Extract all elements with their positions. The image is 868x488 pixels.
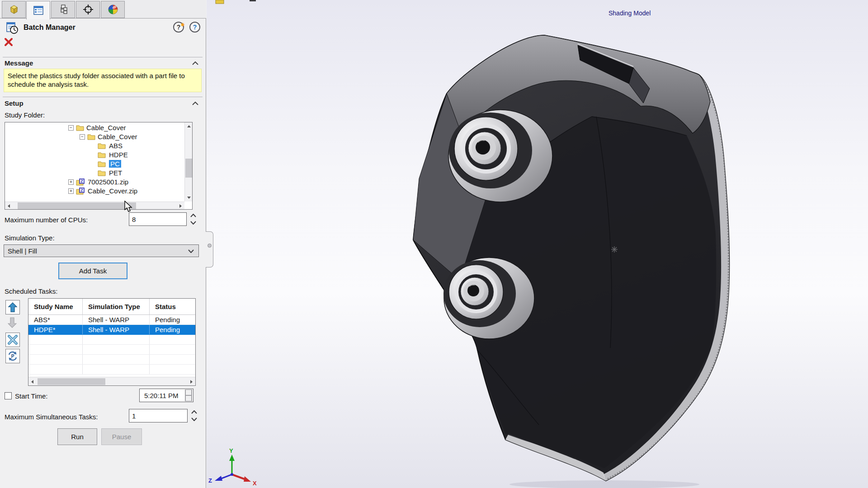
tree-item[interactable]: − Cable_Cover [5,123,184,132]
lower-boss[interactable] [443,258,534,339]
start-time-checkbox[interactable] [5,392,12,399]
context-help-button[interactable]: ? ✷ [173,22,184,33]
time-stepper[interactable] [185,389,193,401]
column-header[interactable]: Study Name [28,299,83,314]
table-row-empty[interactable] [28,355,195,365]
step-down-button[interactable] [185,395,192,401]
chevron-up-icon[interactable] [191,410,197,414]
tree-item-label[interactable]: PC [109,160,121,168]
graphics-viewport[interactable]: Shading Model [207,0,868,488]
x-axis-label: X [253,480,257,487]
chevron-down-icon[interactable] [191,418,197,421]
injection-location-marker [611,246,618,253]
scroll-left-button[interactable] [28,378,36,385]
svg-text:P: P [11,354,14,359]
batch-manager-panel: Batch Manager ? ✷ ? Message Select the p… [0,0,206,488]
table-row-empty[interactable] [28,365,195,375]
scrollbar-thumb[interactable] [38,378,105,385]
toolbar-dash-icon [250,0,256,1]
move-task-up-button[interactable] [5,300,20,314]
panel-splitter-handle[interactable] [206,231,213,267]
table-row[interactable]: ABS* Shell - WARP Pending [28,315,195,325]
sparkle-icon: ✷ [180,20,185,29]
table-header-row: Study Name Simulation Type Status [28,299,195,315]
configuration-manager-tab[interactable] [51,1,75,18]
scrollbar-thumb[interactable] [18,202,136,209]
tree-item[interactable]: + Z Cable_Cover.zip [5,187,184,196]
solidworks-plastics-window: Batch Manager ? ✷ ? Message Select the p… [0,0,868,488]
chevron-up-icon[interactable] [190,214,196,217]
tree-item-selected[interactable]: PC [5,160,184,169]
cpu-count-stepper[interactable] [190,212,197,226]
splitter-grip-dot [208,244,212,248]
tree-item[interactable]: ABS [5,141,184,150]
max-simultaneous-tasks-input[interactable] [129,409,188,422]
feature-manager-tab[interactable] [2,1,26,18]
panel-header: Batch Manager ? ✷ ? [0,19,206,37]
collapse-chevron-icon[interactable] [192,102,198,105]
scrollbar-thumb[interactable] [185,159,192,178]
collapse-expander[interactable]: − [68,125,74,131]
target-icon [82,4,94,15]
scroll-down-button[interactable] [185,194,193,202]
folder-icon [98,142,106,149]
collapse-chevron-icon[interactable] [192,61,198,65]
property-manager-tab[interactable] [26,1,50,19]
tree-item-label[interactable]: HDPE [109,151,128,159]
tree-item-label[interactable]: ABS [109,142,123,150]
help-button[interactable]: ? [189,22,200,33]
tree-item-label[interactable]: Cable_Cover [86,124,126,131]
delete-task-button[interactable] [5,333,20,347]
task-parameters-button[interactable]: P [5,349,20,363]
tree-item[interactable]: PET [5,169,184,178]
scroll-right-button[interactable] [188,378,195,385]
max-tasks-stepper[interactable] [191,409,198,422]
scroll-up-button[interactable] [185,122,193,130]
study-folder-tree[interactable]: − Cable_Cover − Cable_Cover ABS HDPE [5,122,193,210]
chevron-down-icon[interactable] [190,221,196,225]
table-row-empty[interactable] [28,335,195,345]
expand-expander[interactable]: + [68,188,74,194]
tree-vertical-scrollbar[interactable] [184,122,192,202]
tree-horizontal-scrollbar[interactable] [5,202,184,209]
add-task-button[interactable]: Add Task [58,263,127,279]
tree-item-label[interactable]: Cable_Cover [98,133,137,141]
table-row-empty[interactable] [28,345,195,355]
expand-expander[interactable]: + [68,179,74,185]
start-time-input[interactable]: 5:20:11 PM [139,389,193,402]
tree-item-label[interactable]: PET [109,169,122,177]
close-icon[interactable] [4,37,14,47]
step-up-button[interactable] [185,389,192,395]
scheduled-tasks-table[interactable]: Study Name Simulation Type Status ABS* S… [28,298,196,386]
scroll-left-button[interactable] [5,202,13,210]
tree-item[interactable]: − Cable_Cover [5,132,184,141]
tree-item[interactable]: + Z 70025001.zip [5,178,184,187]
setup-section-header[interactable]: Setup [5,99,24,107]
dimxpert-manager-tab[interactable] [76,1,100,18]
folder-icon [98,160,106,167]
tree-item[interactable]: HDPE [5,150,184,160]
tree-item-label[interactable]: 70025001.zip [88,178,128,186]
study-name-cell: ABS* [28,315,83,324]
zip-file-icon: Z [76,178,85,186]
tree-item-label[interactable]: Cable_Cover.zip [88,187,137,195]
scroll-right-button[interactable] [177,202,184,210]
chevron-down-icon [188,249,194,253]
move-task-down-button[interactable] [8,317,17,328]
column-header[interactable]: Status [150,299,194,314]
column-header[interactable]: Simulation Type [83,299,150,314]
folder-icon [98,169,106,176]
table-row-selected[interactable]: HDPE* Shell - WARP Pending [28,325,195,335]
display-manager-tab[interactable] [101,1,125,18]
model-canvas: Shading Model [207,0,868,488]
run-button[interactable]: Run [57,428,97,445]
message-section-header[interactable]: Message [5,59,33,67]
folder-icon [87,133,95,140]
simulation-type-select[interactable]: Shell | Fill [4,244,199,257]
cpu-count-input[interactable] [129,212,187,226]
table-horizontal-scrollbar[interactable] [28,377,195,385]
upper-boss[interactable] [448,110,552,202]
pause-button[interactable]: Pause [101,428,142,445]
collapse-expander[interactable]: − [80,134,85,140]
question-mark-icon: ? [193,23,197,31]
